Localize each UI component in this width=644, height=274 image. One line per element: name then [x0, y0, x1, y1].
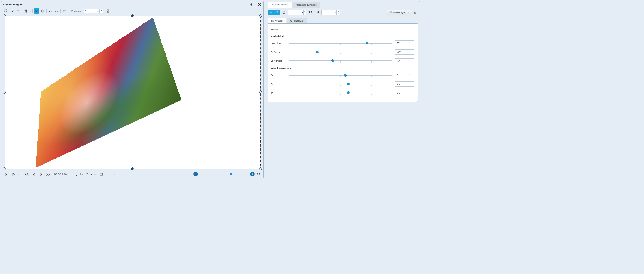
z-axis-slider[interactable] — [289, 59, 392, 63]
layout-designer-panel: Layoutdesigner ▼ ▼ Zeitmarke: s ▲▼ — [1, 1, 264, 178]
mini-templates-button[interactable]: Minivorlagen ▼ — [387, 10, 411, 15]
live-preview-label: Live-Vorschau — [80, 173, 97, 176]
play-from-icon[interactable] — [11, 172, 16, 177]
window-title: Layoutdesigner — [3, 3, 23, 6]
time-spinner[interactable]: ▲▼ — [99, 9, 102, 13]
maximize-icon[interactable] — [240, 2, 245, 7]
preview-mode-icon[interactable] — [99, 172, 104, 177]
center-x-field[interactable]: ▲▼ — [395, 73, 414, 78]
zoom-in-button[interactable]: + — [250, 172, 255, 176]
grid-icon[interactable] — [23, 8, 29, 14]
chevron-down-icon[interactable]: ▼ — [18, 173, 19, 175]
handle-bottom-right[interactable] — [259, 167, 262, 170]
svg-point-6 — [63, 11, 64, 11]
close-icon[interactable] — [257, 2, 262, 7]
live-preview-toggle-icon[interactable] — [73, 172, 79, 177]
duration-spinner[interactable]: ▲▼ — [303, 10, 306, 15]
svg-rect-17 — [414, 12, 416, 13]
width-field[interactable]: s ▲▼ — [321, 10, 340, 15]
svg-rect-9 — [108, 11, 109, 12]
time-field[interactable]: s ▲▼ — [84, 9, 103, 13]
handle-top-right[interactable] — [259, 14, 262, 17]
skip-end-icon[interactable] — [45, 172, 51, 177]
center-z-slider[interactable] — [289, 91, 392, 95]
bottom-bar: ▼ 00:00.000 Live-Vorschau ▼ − + — [1, 170, 263, 178]
handle-mid-left[interactable] — [3, 91, 5, 94]
svg-point-10 — [75, 173, 75, 174]
x-axis-field[interactable]: ▲▼ — [395, 40, 414, 46]
stopwatch-icon[interactable] — [281, 10, 287, 15]
svg-point-5 — [63, 10, 64, 10]
y-axis-field[interactable]: ▲▼ — [395, 49, 414, 55]
chevron-down-icon: ▼ — [407, 12, 409, 13]
zoom-out-button[interactable]: − — [193, 172, 198, 176]
time-unit: s — [96, 10, 99, 12]
list-icon[interactable] — [62, 8, 67, 14]
svg-point-3 — [51, 11, 51, 12]
save-icon[interactable] — [106, 8, 111, 14]
tab-manual-input[interactable]: Manuelle Eingabe — [292, 2, 320, 8]
chevron-down-icon[interactable]: ▼ — [30, 10, 31, 12]
main-tabs: Eigenschaften Manuelle Eingabe — [266, 2, 420, 8]
name-label: Name: — [271, 28, 287, 31]
row-center-x: X: ▲▼ — [271, 73, 414, 78]
tab-opacity[interactable]: Deckkraft — [287, 18, 307, 24]
center-x-slider[interactable] — [289, 73, 392, 77]
handle-top-left[interactable] — [3, 14, 5, 17]
center-z-field[interactable]: ▲▼ — [395, 90, 414, 95]
section-rotzentrum: Rotationszentrum — [271, 67, 414, 70]
handle-top-mid[interactable] — [131, 14, 134, 17]
chevron-down-icon[interactable]: ▼ — [106, 173, 108, 175]
play-icon[interactable] — [4, 172, 9, 177]
width-lock-icon[interactable] — [315, 10, 320, 15]
crop-icon[interactable] — [40, 8, 45, 14]
handle-bottom-left[interactable] — [3, 167, 5, 170]
link-icon[interactable] — [268, 10, 274, 15]
skip-start-icon[interactable] — [24, 172, 30, 177]
time-input[interactable] — [84, 10, 97, 12]
handle-bottom-mid[interactable] — [131, 167, 134, 170]
center-y-field[interactable]: ▲▼ — [395, 81, 414, 87]
step-back-icon[interactable] — [31, 172, 37, 177]
reset-icon[interactable] — [308, 10, 313, 15]
zoom-thumb[interactable] — [230, 173, 232, 175]
zoom-fit-icon[interactable] — [256, 172, 261, 177]
svg-rect-0 — [241, 3, 244, 6]
zoom-slider[interactable] — [199, 174, 249, 175]
lasso-tool-icon[interactable] — [9, 8, 15, 14]
rotate-3d-icon[interactable] — [34, 8, 39, 14]
tab-3d-rotation[interactable]: 3D-Rotation — [268, 18, 286, 24]
center-y-slider[interactable] — [289, 82, 392, 86]
x-axis-slider[interactable] — [289, 42, 392, 45]
z-axis-field[interactable]: ▲▼ — [395, 58, 414, 64]
svg-point-11 — [76, 175, 77, 176]
step-forward-icon[interactable] — [38, 172, 44, 177]
name-input[interactable] — [287, 27, 414, 32]
row-y-axis: Y-Achse: ▲▼ — [271, 49, 414, 55]
x-axis-label: X-Achse: — [271, 42, 287, 45]
eye-icon[interactable] — [274, 10, 280, 15]
select-tool-icon[interactable] — [4, 8, 9, 14]
svg-rect-8 — [108, 10, 109, 11]
chevron-down-icon[interactable]: ▼ — [68, 10, 70, 12]
width-spinner[interactable]: ▲▼ — [336, 10, 339, 15]
svg-point-4 — [55, 11, 56, 12]
tab-properties[interactable]: Eigenschaften — [268, 2, 292, 8]
path-in-icon[interactable] — [48, 8, 53, 14]
duration-field[interactable]: s ▲▼ — [288, 10, 306, 15]
align-tool-icon[interactable] — [15, 8, 21, 14]
svg-rect-19 — [291, 21, 292, 22]
duration-input[interactable] — [288, 11, 302, 14]
section-drehwinkel: Drehwinkel — [271, 35, 414, 38]
titlebar: Layoutdesigner — [1, 1, 263, 8]
safe-area-icon[interactable] — [112, 172, 118, 177]
y-axis-slider[interactable] — [289, 50, 392, 54]
path-out-icon[interactable] — [54, 8, 59, 14]
canvas-area[interactable] — [4, 16, 261, 169]
properties-panel: Eigenschaften Manuelle Eingabe s ▲▼ — [266, 1, 420, 178]
svg-rect-21 — [290, 21, 291, 22]
width-input[interactable] — [322, 11, 335, 14]
handle-mid-right[interactable] — [259, 91, 262, 94]
save-preset-icon[interactable] — [412, 10, 418, 15]
pin-icon[interactable] — [249, 2, 253, 7]
